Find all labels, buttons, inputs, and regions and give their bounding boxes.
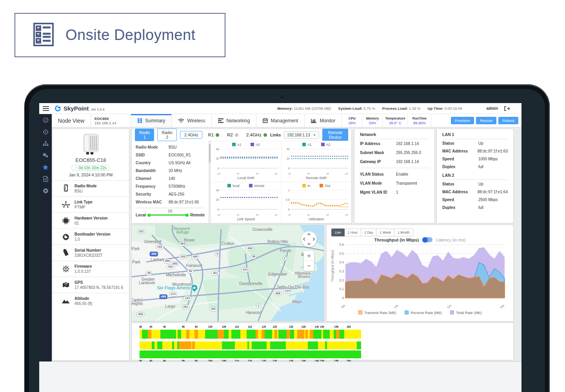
route-shield: 201	[137, 229, 145, 234]
svg-text:3m: 3m	[216, 172, 221, 174]
laptop-frame: SkyPoint ver 1.0.4 Memory: 11281 MB (157…	[24, 84, 550, 392]
tab-monitor[interactable]: Monitor	[305, 114, 342, 127]
route-shield: 301	[211, 271, 220, 276]
band-tab[interactable]: 2.4GHz	[180, 131, 203, 139]
device-ip: 192.168.1.14	[94, 121, 131, 125]
zoom-in-button[interactable]: +	[304, 251, 314, 261]
network-mgmt-vlan-id: Mgmt VLAN ID1	[360, 188, 429, 197]
sidebar-item-services[interactable]	[39, 149, 52, 161]
up-arrow-icon: ↑	[75, 166, 77, 170]
system-stat: System Load: 5.75 %	[338, 106, 375, 111]
route-shield: 2	[256, 303, 261, 308]
svg-text:2m: 2m	[305, 213, 311, 216]
radio-detail-channel: Channel140	[136, 174, 205, 182]
radio2-tab[interactable]: Radio 2	[157, 129, 176, 141]
sidebar-item-star[interactable]	[39, 161, 52, 173]
menu-icon[interactable]	[43, 105, 49, 112]
tab-summary[interactable]: Summary	[131, 114, 172, 127]
range-1-week[interactable]: 1 Week	[376, 229, 394, 236]
lan-speed: Speed1000 Mbps	[442, 155, 508, 163]
svg-text:40: 40	[286, 147, 289, 151]
svg-text:20: 20	[216, 157, 219, 160]
status-r1: R1	[208, 132, 219, 137]
lan-duplex: Duplexfull	[442, 163, 508, 171]
page: Onsite Deployment SkyPoint ver 1.0.4 Mem	[0, 0, 565, 392]
metric-toggle[interactable]	[422, 237, 432, 242]
chip-icon	[61, 217, 71, 225]
svg-text:0: 0	[288, 208, 289, 211]
links-select[interactable]: 192.168.1.13 ▼	[284, 131, 319, 139]
legend-item: Transmit Rate (Mb)	[358, 310, 396, 315]
legend-item: Total Rate (Mb)	[450, 310, 481, 315]
node-view-label[interactable]: Node View	[52, 114, 91, 127]
device-selector[interactable]: EOC650 192.168.1.14	[91, 114, 131, 127]
logout-icon[interactable]	[504, 106, 510, 111]
bars-icon	[218, 118, 223, 123]
svg-text:2m: 2m	[234, 213, 240, 216]
tag-icon	[61, 249, 71, 257]
throughput-chart: 00.10.20.30.40.50.63m2m1m0mThroughput (i…	[330, 242, 513, 310]
legend-item: Receive Rate (Mb)	[405, 310, 441, 315]
svg-text:0m: 0m	[343, 213, 349, 216]
status-dot	[216, 133, 219, 137]
range-1-hour[interactable]: 1 Hour	[345, 229, 362, 236]
svg-text:2m: 2m	[393, 303, 399, 308]
map-label: Largo	[165, 304, 175, 309]
svg-text:0.4: 0.4	[339, 260, 344, 264]
sidebar-item-target[interactable]	[39, 126, 52, 138]
route-shield: 495	[150, 252, 158, 256]
scrollbar[interactable]	[209, 141, 211, 223]
skypoint-logo-icon	[55, 105, 61, 112]
grid-icon	[137, 118, 142, 123]
map-compass-control[interactable]	[301, 231, 317, 247]
tab-management[interactable]: Management	[256, 114, 305, 127]
range-live[interactable]: Live	[331, 229, 345, 236]
sidebar-item-dashboard[interactable]	[39, 114, 52, 126]
stat-temperature: Temperature39.5° C	[383, 114, 408, 127]
content-area: EOC655-C18 ↑ 0d 03h 33m 22s Jan 9, 2024 …	[52, 127, 521, 361]
spectrum-strips: 3640465660100106110116120126130136140150…	[140, 325, 361, 363]
map-label: Fairwood	[186, 263, 202, 267]
svg-text:2m: 2m	[234, 172, 240, 174]
route-shield: 301	[209, 307, 218, 311]
network-title: Network	[360, 132, 429, 139]
map-labels: ResearchRefugeGreenbeltBowieCroftonCrown…	[132, 225, 324, 321]
radio-body: Radio ModeBSUSSIDEOC650_R1CountryUS 5GHz…	[132, 141, 351, 223]
metric-toggle-row: Throughput (in Mbps) Latency (in ms)	[327, 237, 513, 242]
status-2.4ghz: 2.4GHz	[246, 132, 267, 137]
map-label: Rolling Hills	[267, 239, 288, 243]
sidebar-item-report[interactable]	[39, 173, 52, 185]
rescan-button[interactable]: Rescan	[476, 117, 496, 124]
range-1-day[interactable]: 1 Day	[361, 229, 376, 236]
svg-text:0m: 0m	[273, 213, 278, 216]
network-panel: Network IP Address192.168.1.14Subnet Mas…	[354, 129, 435, 223]
range-1-month[interactable]: 1 Month	[394, 229, 413, 236]
map-label: Selby-On-The-Bay	[277, 285, 309, 289]
remote-device-button[interactable]: Remote Device	[322, 129, 348, 141]
status-dot	[235, 133, 238, 137]
device-panel: EOC655-C18 ↑ 0d 03h 33m 22s Jan 9, 2024 …	[52, 129, 129, 361]
radio1-tab[interactable]: Radio 1	[135, 129, 154, 141]
radio-detail-wireless-mac: Wireless MAC88:dc:97:1f:e1:66	[136, 198, 205, 206]
device-info-serial-number: Serial Number2381XC81D32T	[53, 245, 129, 261]
sidebar-item-sitemap[interactable]	[39, 138, 52, 149]
tab-networking[interactable]: Networking	[212, 114, 256, 127]
calendar-icon	[263, 118, 268, 123]
device-info-radio-mode: Radio ModeBSU	[53, 180, 129, 196]
map[interactable]: ResearchRefugeGreenbeltBowieCroftonCrown…	[132, 225, 324, 321]
tab-wireless[interactable]: Wireless	[172, 114, 212, 127]
monitor-icon	[311, 118, 317, 123]
status-dot	[263, 133, 267, 137]
link-icon	[61, 201, 71, 208]
reboot-button[interactable]: Reboot	[498, 117, 518, 124]
spectrum-bar-1	[140, 330, 361, 339]
svg-text:40: 40	[216, 189, 219, 192]
sidebar-item-settings[interactable]	[39, 185, 52, 196]
spectrum-panel: 3640465660100106110116120126130136140150…	[131, 323, 514, 360]
lan-mac-address: MAC Address88:dc:97:1f:e1:63	[442, 147, 508, 155]
provision-button[interactable]: Provision	[451, 117, 474, 124]
route-shield: 450	[163, 259, 171, 263]
route-shield: 50	[187, 269, 193, 274]
zoom-out-button[interactable]: −	[304, 261, 314, 271]
gear-icon	[61, 233, 71, 241]
